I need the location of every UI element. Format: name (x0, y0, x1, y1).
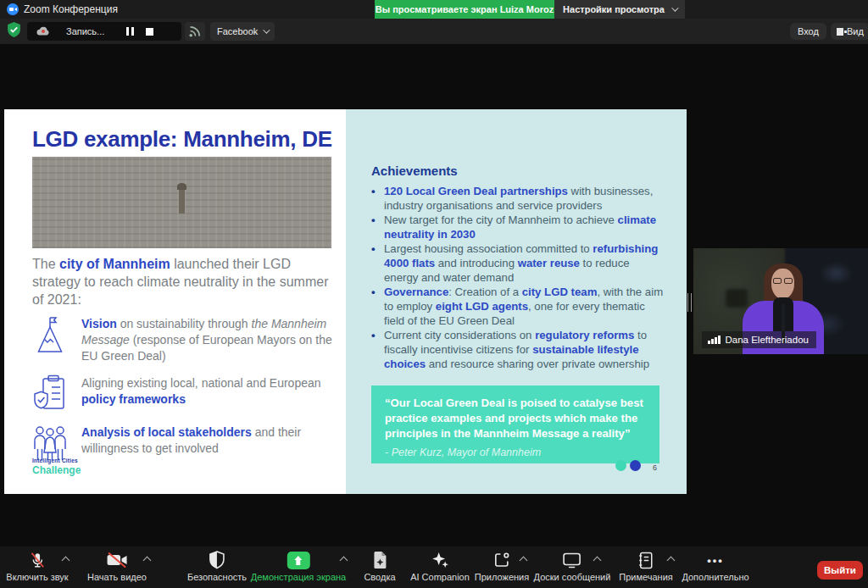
summary-button[interactable]: Сводка (364, 551, 395, 582)
window-title: Zoom Конференция (24, 3, 118, 15)
apps-icon (493, 551, 510, 569)
more-button[interactable]: ••• Дополнительно (682, 551, 748, 582)
pagination-dot-blue (630, 460, 641, 471)
icc-logo-line1: Intelligent Cities (32, 458, 81, 464)
ai-companion-button[interactable]: AI Companion (410, 551, 470, 582)
mic-muted-icon (28, 551, 47, 569)
view-layout-label: Вид (847, 26, 864, 36)
stream-platform-label: Facebook (217, 26, 258, 36)
list-item: New target for the city of Mannheim to a… (371, 213, 666, 241)
view-settings-dropdown[interactable]: Настройки просмотра (554, 0, 685, 19)
viewing-screen-banner: Вы просматриваете экран Luiza Moroz (375, 0, 554, 19)
share-screen-label: Демонстрация экрана (251, 572, 346, 582)
apps-label: Приложения (475, 572, 529, 582)
checklist-shield-icon (32, 374, 68, 413)
share-screen-icon (287, 551, 310, 569)
bottom-toolbar: Включить звук Начать видео Безопасность (0, 546, 868, 588)
bullet-text: Vision on sustainability through the Man… (81, 315, 334, 364)
water-tower-shape (179, 188, 185, 214)
slide-achievements-panel: Achievements 120 Local Green Deal partne… (346, 109, 687, 494)
stream-platform-dropdown[interactable]: Facebook (210, 22, 275, 41)
security-button[interactable]: Безопасность (187, 551, 247, 582)
achievements-heading: Achievements (371, 164, 458, 178)
list-item: 120 Local Green Deal partnerships with b… (371, 184, 666, 213)
more-label: Дополнительно (682, 572, 748, 582)
icc-logo: Intelligent Cities Challenge (32, 458, 81, 475)
list-item: Aligning existing local, national and Eu… (32, 374, 334, 413)
audio-level-icon (708, 336, 721, 344)
security-label: Безопасность (187, 572, 247, 582)
unmute-button[interactable]: Включить звук (6, 551, 68, 582)
encryption-shield-icon[interactable] (7, 22, 21, 42)
notes-button[interactable]: Примечания (619, 551, 673, 582)
pause-recording-button[interactable] (126, 27, 134, 36)
shared-screen-slide: LGD example: Mannheim, DE The city of Ma… (4, 109, 687, 494)
recording-indicator: Запись... (27, 22, 181, 41)
share-screen-button[interactable]: Демонстрация экрана (251, 551, 346, 582)
chevron-down-icon (263, 26, 270, 33)
meeting-controlbar: Запись... Facebook Вход Вид (0, 19, 868, 44)
quote-text: “Our Local Green Deal is poised to catal… (385, 396, 646, 441)
view-settings-label: Настройки просмотра (563, 4, 665, 14)
camera-off-icon (106, 551, 128, 569)
chevron-down-icon (671, 4, 678, 11)
mayor-quote-box: “Our Local Green Deal is poised to catal… (371, 386, 659, 463)
leave-meeting-button[interactable]: Выйти (817, 561, 863, 580)
glasses-shape (773, 278, 793, 284)
list-item: Largest housing association committed to… (371, 241, 666, 285)
video-panel-collapse-handle[interactable] (687, 293, 692, 312)
summary-label: Сводка (364, 572, 395, 582)
signin-button[interactable]: Вход (790, 23, 826, 40)
slide-page-number: 6 (653, 463, 657, 472)
apps-button[interactable]: Приложения (475, 551, 529, 582)
achievements-list: 120 Local Green Deal partnerships with b… (371, 184, 666, 371)
icc-logo-line2: Challenge (32, 465, 81, 475)
security-shield-icon (209, 551, 225, 569)
mannheim-aerial-photo (32, 157, 331, 248)
bullet-text: Aligning existing local, national and Eu… (81, 374, 334, 408)
summary-doc-icon (371, 551, 387, 569)
slide-pagination-dots (615, 460, 641, 471)
recording-status-label: Запись... (66, 26, 104, 36)
unmute-label: Включить звук (6, 572, 68, 582)
whiteboards-label: Доски сообщений (534, 572, 611, 582)
bullet-text: Analysis of local stakeholders and their… (81, 424, 334, 457)
zoom-logo-icon (7, 3, 19, 15)
slide-bullet-list: Vision on sustainability through the Man… (32, 315, 334, 473)
stop-recording-button[interactable] (146, 28, 153, 36)
start-video-label: Начать видео (87, 572, 147, 582)
start-video-button[interactable]: Начать видео (87, 551, 147, 582)
whiteboards-button[interactable]: Доски сообщений (534, 551, 611, 582)
list-item: Current city considerations on regulator… (371, 328, 666, 371)
notes-icon (638, 551, 653, 569)
quote-attribution: - Peter Kurz, Mayor of Mannheim (385, 447, 646, 458)
pagination-dot-teal (615, 460, 626, 471)
livestream-icon[interactable] (185, 22, 205, 41)
notes-label: Примечания (619, 572, 673, 582)
ai-sparkle-icon (431, 551, 449, 569)
list-item: Governance: Creation of a city LGD team,… (371, 285, 666, 328)
participant-name: Dana Eleftheriadou (726, 335, 809, 345)
view-layout-button[interactable]: Вид (831, 23, 868, 40)
slide-title: LGD example: Mannheim, DE (32, 126, 332, 153)
ai-companion-label: AI Companion (410, 572, 470, 582)
mountain-flag-icon (32, 315, 68, 356)
participant-nametag: Dana Eleftheriadou (702, 331, 816, 348)
window-titlebar: Zoom Конференция Вы просматриваете экран… (0, 0, 868, 19)
slide-intro-paragraph: The city of Mannheim launched their LGD … (32, 255, 329, 308)
whiteboard-icon (563, 551, 581, 569)
view-layout-icon (837, 28, 843, 36)
cloud-recording-icon (36, 24, 51, 39)
more-dots-icon: ••• (707, 551, 724, 569)
participant-video-tile[interactable]: Dana Eleftheriadou (693, 248, 868, 354)
list-item: Vision on sustainability through the Man… (32, 315, 334, 364)
